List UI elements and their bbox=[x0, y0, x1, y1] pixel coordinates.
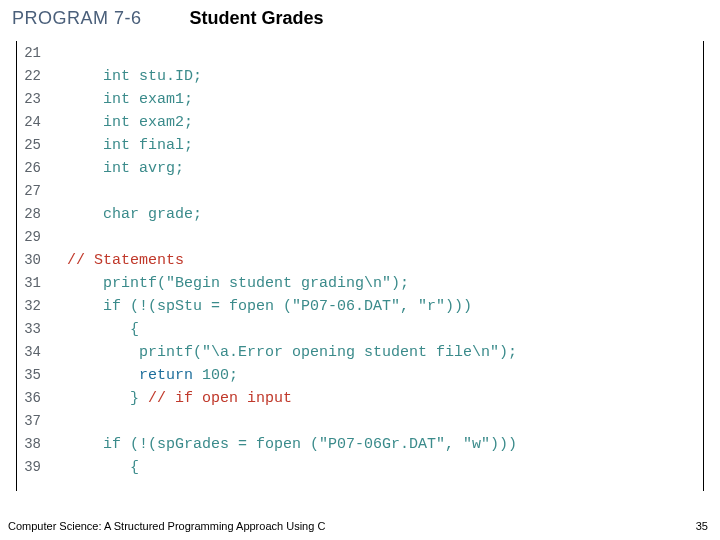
line-number: 34 bbox=[17, 344, 49, 360]
program-label: PROGRAM 7-6 bbox=[12, 8, 142, 29]
code-line: 37 bbox=[17, 413, 703, 436]
code-line: 34 printf("\a.Error opening student file… bbox=[17, 344, 703, 367]
code-content: printf("\a.Error opening student file\n"… bbox=[49, 344, 517, 361]
code-line: 30// Statements bbox=[17, 252, 703, 275]
code-line: 21 bbox=[17, 45, 703, 68]
line-number: 35 bbox=[17, 367, 49, 383]
code-line: 36 } // if open input bbox=[17, 390, 703, 413]
line-number: 25 bbox=[17, 137, 49, 153]
line-number: 37 bbox=[17, 413, 49, 429]
code-line: 27 bbox=[17, 183, 703, 206]
line-number: 24 bbox=[17, 114, 49, 130]
code-line: 25 int final; bbox=[17, 137, 703, 160]
line-number: 28 bbox=[17, 206, 49, 222]
code-frame: 2122 int stu.ID;23 int exam1;24 int exam… bbox=[16, 41, 704, 491]
code-content: { bbox=[49, 321, 139, 338]
code-content: { bbox=[49, 459, 139, 476]
line-number: 22 bbox=[17, 68, 49, 84]
slide-header: PROGRAM 7-6 Student Grades bbox=[0, 0, 720, 41]
slide-title: Student Grades bbox=[190, 8, 324, 29]
line-number: 27 bbox=[17, 183, 49, 199]
code-content: if (!(spGrades = fopen ("P07-06Gr.DAT", … bbox=[49, 436, 517, 453]
line-number: 32 bbox=[17, 298, 49, 314]
line-number: 23 bbox=[17, 91, 49, 107]
code-line: 29 bbox=[17, 229, 703, 252]
code-line: 39 { bbox=[17, 459, 703, 482]
slide-footer: Computer Science: A Structured Programmi… bbox=[8, 520, 708, 532]
footer-page-number: 35 bbox=[696, 520, 708, 532]
code-content: } // if open input bbox=[49, 390, 292, 407]
code-content: int final; bbox=[49, 137, 193, 154]
line-number: 29 bbox=[17, 229, 49, 245]
code-content: printf("Begin student grading\n"); bbox=[49, 275, 409, 292]
line-number: 26 bbox=[17, 160, 49, 176]
line-number: 36 bbox=[17, 390, 49, 406]
code-content: int stu.ID; bbox=[49, 68, 202, 85]
code-line: 22 int stu.ID; bbox=[17, 68, 703, 91]
code-content: int exam1; bbox=[49, 91, 193, 108]
line-number: 39 bbox=[17, 459, 49, 475]
code-line: 33 { bbox=[17, 321, 703, 344]
line-number: 21 bbox=[17, 45, 49, 61]
code-content: int avrg; bbox=[49, 160, 184, 177]
code-line: 23 int exam1; bbox=[17, 91, 703, 114]
code-line: 31 printf("Begin student grading\n"); bbox=[17, 275, 703, 298]
line-number: 31 bbox=[17, 275, 49, 291]
code-line: 32 if (!(spStu = fopen ("P07-06.DAT", "r… bbox=[17, 298, 703, 321]
code-content: if (!(spStu = fopen ("P07-06.DAT", "r"))… bbox=[49, 298, 472, 315]
code-line: 26 int avrg; bbox=[17, 160, 703, 183]
code-content: char grade; bbox=[49, 206, 202, 223]
code-line: 28 char grade; bbox=[17, 206, 703, 229]
code-line: 24 int exam2; bbox=[17, 114, 703, 137]
line-number: 38 bbox=[17, 436, 49, 452]
code-line: 35 return 100; bbox=[17, 367, 703, 390]
footer-book-title: Computer Science: A Structured Programmi… bbox=[8, 520, 325, 532]
line-number: 30 bbox=[17, 252, 49, 268]
code-line: 38 if (!(spGrades = fopen ("P07-06Gr.DAT… bbox=[17, 436, 703, 459]
code-content: // Statements bbox=[49, 252, 184, 269]
code-content: int exam2; bbox=[49, 114, 193, 131]
line-number: 33 bbox=[17, 321, 49, 337]
code-content: return 100; bbox=[49, 367, 238, 384]
